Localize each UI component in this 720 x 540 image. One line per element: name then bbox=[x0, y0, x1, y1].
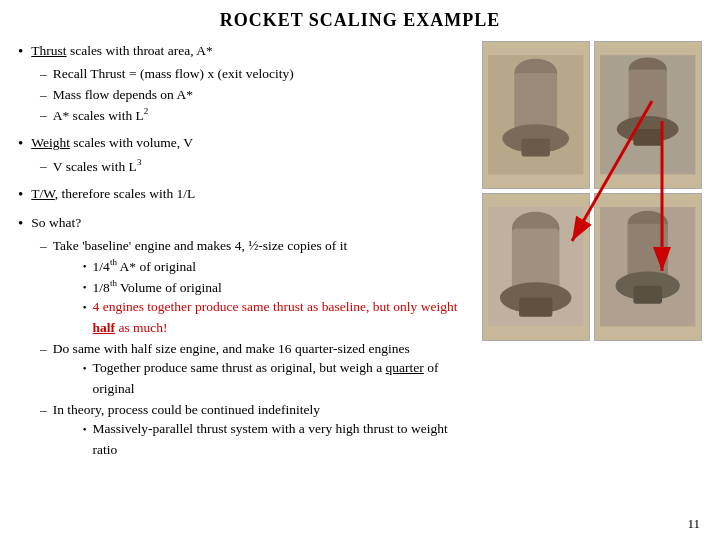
weight-subitems: – V scales with L3 bbox=[40, 156, 467, 176]
sowhat-main-text: So what? bbox=[31, 213, 81, 233]
sowhat-sub-2: – Do same with half size engine, and mak… bbox=[40, 339, 467, 399]
rocket-image-grid bbox=[482, 41, 702, 341]
thrust-sub-2-text: Mass flow depends on A* bbox=[53, 85, 193, 105]
sup-2: 2 bbox=[144, 106, 149, 116]
thrust-main-text: Thrust scales with throat area, A* bbox=[31, 41, 212, 61]
bullet-dot-1: • bbox=[18, 41, 23, 62]
content-area: • Thrust scales with throat area, A* – R… bbox=[18, 41, 702, 468]
sowhat-subitems: – Take 'baseline' engine and makes 4, ½-… bbox=[40, 236, 467, 460]
weight-sub-1: – V scales with L3 bbox=[40, 156, 467, 176]
thrust-sub-2: – Mass flow depends on A* bbox=[40, 85, 467, 105]
bullet-dot-4: • bbox=[18, 213, 23, 234]
bullet-dot-2: • bbox=[18, 133, 23, 154]
sowhat-subsub-1-3: • 4 engines together produce same thrust… bbox=[83, 297, 467, 338]
thrust-sub-1-text: Recall Thrust = (mass flow) x (exit velo… bbox=[53, 64, 294, 84]
bullet-main-weight: • Weight scales with volume, V bbox=[18, 133, 467, 154]
rocket-svg-1 bbox=[488, 49, 583, 180]
weight-sub-1-text: V scales with L3 bbox=[53, 156, 142, 176]
sowhat-subsub-1: • 1/4th A* of original • 1/8th Volume of… bbox=[83, 256, 467, 338]
sowhat-subsub-1-1: • 1/4th A* of original bbox=[83, 256, 467, 277]
sowhat-sub-2-content: Do same with half size engine, and make … bbox=[53, 339, 467, 399]
quarter-underline: quarter bbox=[386, 360, 424, 375]
rocket-svg-3 bbox=[488, 201, 583, 332]
bullet-tw: • T/W, therefore scales with 1/L bbox=[18, 184, 467, 205]
bullet-dot-3: • bbox=[18, 184, 23, 205]
rocket-img-top-left bbox=[482, 41, 590, 189]
sowhat-sub-3-content: In theory, process could be continued in… bbox=[53, 400, 467, 460]
thrust-underline: Thrust bbox=[31, 43, 66, 58]
weight-main-text: Weight scales with volume, V bbox=[31, 133, 193, 153]
text-section: • Thrust scales with throat area, A* – R… bbox=[18, 41, 472, 468]
thrust-subitems: – Recall Thrust = (mass flow) x (exit ve… bbox=[40, 64, 467, 125]
bullet-thrust: • Thrust scales with throat area, A* – R… bbox=[18, 41, 467, 125]
sowhat-sub-1-content: Take 'baseline' engine and makes 4, ½-si… bbox=[53, 236, 467, 338]
rocket-img-bottom-left bbox=[482, 193, 590, 341]
images-section bbox=[472, 41, 702, 468]
svg-rect-16 bbox=[519, 298, 552, 317]
thrust-sub-3-text: A* scales with L2 bbox=[53, 105, 149, 125]
sowhat-sub-3: – In theory, process could be continued … bbox=[40, 400, 467, 460]
half-underline: half bbox=[93, 320, 116, 335]
sowhat-subsub-2: • Together produce same thrust as origin… bbox=[83, 358, 467, 399]
thrust-sub-1: – Recall Thrust = (mass flow) x (exit ve… bbox=[40, 64, 467, 84]
page-number: 11 bbox=[687, 516, 700, 532]
svg-rect-10 bbox=[634, 129, 663, 146]
bullet-main-tw: • T/W, therefore scales with 1/L bbox=[18, 184, 467, 205]
slide-page: ROCKET SCALING EXAMPLE • Thrust scales w… bbox=[0, 0, 720, 540]
red-text-engines: 4 engines together produce same thrust a… bbox=[93, 297, 467, 338]
sowhat-subsub-1-2: • 1/8th Volume of original bbox=[83, 277, 467, 298]
sowhat-sub-1: – Take 'baseline' engine and makes 4, ½-… bbox=[40, 236, 467, 338]
rocket-svg-4 bbox=[600, 201, 695, 332]
sowhat-subsub-2-1: • Together produce same thrust as origin… bbox=[83, 358, 467, 399]
sup-th-2: th bbox=[110, 278, 117, 288]
rocket-img-top-right bbox=[594, 41, 702, 189]
tw-main-text: T/W, therefore scales with 1/L bbox=[31, 184, 195, 204]
rocket-svg-2 bbox=[600, 49, 695, 180]
thrust-sub-3: – A* scales with L2 bbox=[40, 105, 467, 125]
svg-rect-4 bbox=[522, 139, 551, 157]
bullet-main-sowhat: • So what? bbox=[18, 213, 467, 234]
tw-underline: T/W bbox=[31, 186, 55, 201]
sowhat-subsub-3-1: • Massively-parallel thrust system with … bbox=[83, 419, 467, 460]
bullet-sowhat: • So what? – Take 'baseline' engine and … bbox=[18, 213, 467, 460]
svg-rect-22 bbox=[634, 286, 663, 304]
bullet-main-thrust: • Thrust scales with throat area, A* bbox=[18, 41, 467, 62]
bullet-weight: • Weight scales with volume, V – V scale… bbox=[18, 133, 467, 176]
slide-title: ROCKET SCALING EXAMPLE bbox=[18, 10, 702, 31]
sup-3: 3 bbox=[137, 157, 142, 167]
weight-underline: Weight bbox=[31, 135, 70, 150]
sowhat-subsub-3: • Massively-parallel thrust system with … bbox=[83, 419, 467, 460]
rocket-img-bottom-right bbox=[594, 193, 702, 341]
sup-th-1: th bbox=[110, 257, 117, 267]
